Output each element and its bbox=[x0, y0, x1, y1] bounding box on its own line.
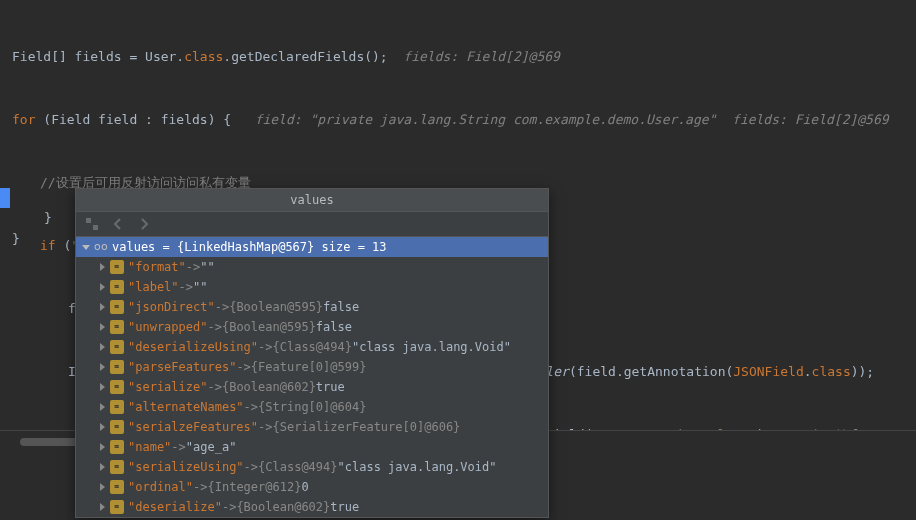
entry-key: "deserialize" bbox=[128, 497, 222, 517]
entry-value: true bbox=[316, 377, 345, 397]
entry-arrow: -> bbox=[222, 497, 236, 517]
entry-ref: {Boolean@602} bbox=[236, 497, 330, 517]
keyword-if: if bbox=[40, 238, 56, 253]
tree-row[interactable]: ≡"deserialize" -> {Boolean@602} true bbox=[76, 497, 548, 517]
entry-value: 0 bbox=[301, 477, 308, 497]
expand-arrow-icon[interactable] bbox=[96, 341, 108, 353]
entry-arrow: -> bbox=[207, 317, 221, 337]
expand-arrow-icon[interactable] bbox=[96, 281, 108, 293]
breakpoint-stripe[interactable] bbox=[0, 188, 10, 208]
entry-arrow: -> bbox=[193, 477, 207, 497]
tree-row[interactable]: ≡"deserializeUsing" -> {Class@494} "clas… bbox=[76, 337, 548, 357]
field-glyph-icon: ≡ bbox=[110, 400, 124, 414]
field-glyph-icon: ≡ bbox=[110, 300, 124, 314]
field-glyph-icon: ≡ bbox=[110, 440, 124, 454]
entry-value: true bbox=[330, 497, 359, 517]
expand-arrow-icon[interactable] bbox=[96, 461, 108, 473]
field-glyph-icon: ≡ bbox=[110, 280, 124, 294]
popup-title: values bbox=[76, 189, 548, 212]
inline-hint: fields: Field[2]@569 bbox=[403, 49, 560, 64]
entry-key: "deserializeUsing" bbox=[128, 337, 258, 357]
expand-arrow-icon[interactable] bbox=[96, 441, 108, 453]
expand-arrow-icon[interactable] bbox=[96, 481, 108, 493]
field-glyph-icon: ≡ bbox=[110, 340, 124, 354]
expand-arrow-icon[interactable] bbox=[96, 501, 108, 513]
field-glyph-icon: ≡ bbox=[110, 500, 124, 514]
expand-arrow-icon[interactable] bbox=[96, 261, 108, 273]
debug-tree[interactable]: ᴏᴏ values = {LinkedHashMap@567} size = 1… bbox=[76, 237, 548, 517]
tree-row[interactable]: ≡"serializeUsing" -> {Class@494} "class … bbox=[76, 457, 548, 477]
expand-arrow-icon[interactable] bbox=[96, 381, 108, 393]
entry-key: "label" bbox=[128, 277, 179, 297]
entry-key: "format" bbox=[128, 257, 186, 277]
entry-ref: {Class@494} bbox=[258, 457, 337, 477]
entry-arrow: -> bbox=[171, 437, 185, 457]
entry-ref: {Integer@612} bbox=[207, 477, 301, 497]
entry-arrow: -> bbox=[258, 337, 272, 357]
tree-root-row[interactable]: ᴏᴏ values = {LinkedHashMap@567} size = 1… bbox=[76, 237, 548, 257]
object-glyph-icon: ᴏᴏ bbox=[94, 237, 108, 257]
entry-key: "name" bbox=[128, 437, 171, 457]
field-glyph-icon: ≡ bbox=[110, 260, 124, 274]
expand-arrow-icon[interactable] bbox=[96, 421, 108, 433]
entry-ref: {SerializerFeature[0]@606} bbox=[273, 417, 461, 437]
entry-key: "alternateNames" bbox=[128, 397, 244, 417]
tree-row[interactable]: ≡"name" -> "age_a" bbox=[76, 437, 548, 457]
entry-ref: {Boolean@602} bbox=[222, 377, 316, 397]
code-text: Field[] fields = User. bbox=[12, 49, 184, 64]
entry-key: "jsonDirect" bbox=[128, 297, 215, 317]
tree-row[interactable]: ≡"label" -> "" bbox=[76, 277, 548, 297]
tree-row[interactable]: ≡"unwrapped" -> {Boolean@595} false bbox=[76, 317, 548, 337]
entry-arrow: -> bbox=[244, 397, 258, 417]
field-glyph-icon: ≡ bbox=[110, 360, 124, 374]
expand-arrow-icon[interactable] bbox=[96, 361, 108, 373]
entry-value: "class java.lang.Void" bbox=[338, 457, 497, 477]
tree-row[interactable]: ≡"jsonDirect" -> {Boolean@595} false bbox=[76, 297, 548, 317]
entry-arrow: -> bbox=[258, 417, 272, 437]
entry-key: "serialzeFeatures" bbox=[128, 417, 258, 437]
back-arrow-icon[interactable] bbox=[110, 216, 126, 232]
entry-key: "ordinal" bbox=[128, 477, 193, 497]
tree-row[interactable]: ≡"alternateNames" -> {String[0]@604} bbox=[76, 397, 548, 417]
tree-row[interactable]: ≡"serialize" -> {Boolean@602} true bbox=[76, 377, 548, 397]
class-ref: JSONField bbox=[733, 364, 803, 379]
tree-row[interactable]: ≡"ordinal" -> {Integer@612} 0 bbox=[76, 477, 548, 497]
expand-arrow-icon[interactable] bbox=[80, 241, 92, 253]
entry-value: false bbox=[316, 317, 352, 337]
inline-hint: field: "private java.lang.String com.exa… bbox=[255, 112, 889, 127]
entry-key: "serialize" bbox=[128, 377, 207, 397]
entry-ref: {Boolean@595} bbox=[222, 317, 316, 337]
tree-row[interactable]: ≡"serialzeFeatures" -> {SerializerFeatur… bbox=[76, 417, 548, 437]
set-value-icon[interactable] bbox=[84, 216, 100, 232]
keyword-class: class bbox=[184, 49, 223, 64]
field-glyph-icon: ≡ bbox=[110, 320, 124, 334]
entry-ref: {Boolean@595} bbox=[229, 297, 323, 317]
entry-arrow: -> bbox=[236, 357, 250, 377]
entry-arrow: -> bbox=[186, 257, 200, 277]
tree-row[interactable]: ≡"format" -> "" bbox=[76, 257, 548, 277]
entry-arrow: -> bbox=[244, 457, 258, 477]
expand-arrow-icon[interactable] bbox=[96, 401, 108, 413]
entry-value: "age_a" bbox=[186, 437, 237, 457]
entry-key: "serializeUsing" bbox=[128, 457, 244, 477]
entry-value: "" bbox=[200, 257, 214, 277]
entry-key: "parseFeatures" bbox=[128, 357, 236, 377]
entry-arrow: -> bbox=[179, 277, 193, 297]
field-glyph-icon: ≡ bbox=[110, 460, 124, 474]
entry-arrow: -> bbox=[215, 297, 229, 317]
entry-arrow: -> bbox=[207, 377, 221, 397]
entry-value: "class java.lang.Void" bbox=[352, 337, 511, 357]
svg-rect-0 bbox=[86, 218, 91, 223]
entry-key: "unwrapped" bbox=[128, 317, 207, 337]
code-brace: } bbox=[12, 231, 20, 246]
entry-ref: {Class@494} bbox=[273, 337, 352, 357]
forward-arrow-icon[interactable] bbox=[136, 216, 152, 232]
expand-arrow-icon[interactable] bbox=[96, 301, 108, 313]
code-brace: } bbox=[44, 210, 52, 225]
expand-arrow-icon[interactable] bbox=[96, 321, 108, 333]
tree-row[interactable]: ≡"parseFeatures" -> {Feature[0]@599} bbox=[76, 357, 548, 377]
entry-ref: {Feature[0]@599} bbox=[251, 357, 367, 377]
debug-value-popup[interactable]: values ᴏᴏ values = {LinkedHashMap@567} s… bbox=[75, 188, 549, 518]
entry-value: false bbox=[323, 297, 359, 317]
svg-rect-1 bbox=[93, 225, 98, 230]
